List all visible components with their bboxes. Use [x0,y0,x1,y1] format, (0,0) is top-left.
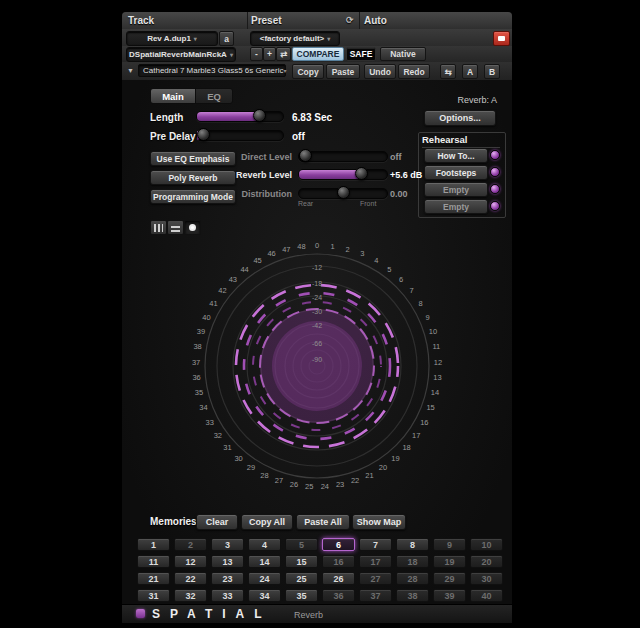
options-button[interactable]: Options... [424,110,496,126]
insert-selector[interactable]: DSpatialReverbMainRckA ▾ [126,47,236,62]
tab-eq[interactable]: EQ [195,88,233,104]
compare-button[interactable]: COMPARE [292,47,344,61]
memory-button-19[interactable]: 19 [433,555,466,568]
swap-ab-icon[interactable]: ⇆ [440,64,456,79]
memory-button-34[interactable]: 34 [248,589,281,602]
memory-button-24[interactable]: 24 [248,572,281,585]
memory-button-21[interactable]: 21 [137,572,170,585]
memory-button-35[interactable]: 35 [285,589,318,602]
svg-text:43: 43 [229,275,237,284]
memory-button-9[interactable]: 9 [433,538,466,551]
brand-logo-icon [136,609,145,618]
memory-button-5[interactable]: 5 [285,538,318,551]
memory-button-39[interactable]: 39 [433,589,466,602]
memory-button-25[interactable]: 25 [285,572,318,585]
setting-b-button[interactable]: B [484,64,500,79]
length-slider[interactable] [196,111,284,122]
minus-button[interactable]: - [250,47,263,61]
poly-reverb-button[interactable]: Poly Reverb [150,170,236,185]
track-selector[interactable]: Rev A.dup1 ▾ [126,31,218,46]
undo-button[interactable]: Undo [364,64,396,79]
librarian-preset-name: Cathedral 7 Marble3 Glass5 6s Generic [143,66,284,75]
memory-button-28[interactable]: 28 [396,572,429,585]
redo-button[interactable]: Redo [398,64,430,79]
slider-value-2: 0.00 [390,189,450,199]
memories-clear-button[interactable]: Clear [196,514,238,530]
memory-button-20[interactable]: 20 [470,555,503,568]
memory-button-18[interactable]: 18 [396,555,429,568]
rehearsal-led-icon-2[interactable] [490,184,500,194]
svg-text:5: 5 [387,265,391,274]
svg-text:21: 21 [365,471,373,480]
track-name: Rev A.dup1 [147,34,191,43]
memories-show-map-button[interactable]: Show Map [352,514,406,530]
use-eq-emphasis-button[interactable]: Use EQ Emphasis [150,151,236,166]
memory-button-29[interactable]: 29 [433,572,466,585]
slider-knob[interactable] [197,128,210,141]
memory-button-37[interactable]: 37 [359,589,392,602]
memory-button-22[interactable]: 22 [174,572,207,585]
copy-button[interactable]: Copy [292,64,324,79]
memories-copy-all-button[interactable]: Copy All [241,514,293,530]
slider-knob[interactable] [299,149,312,162]
memory-button-26[interactable]: 26 [322,572,355,585]
predelay-slider[interactable] [196,130,284,141]
slider-knob[interactable] [337,186,350,199]
slider-knob[interactable] [253,109,266,122]
target-button[interactable] [493,31,510,46]
preset-recycle-icon[interactable]: ⟳ [346,15,354,25]
memory-button-38[interactable]: 38 [396,589,429,602]
memory-button-2[interactable]: 2 [174,538,207,551]
svg-text:20: 20 [379,463,387,472]
paste-button[interactable]: Paste [326,64,360,79]
memory-button-36[interactable]: 36 [322,589,355,602]
distribution-slider[interactable] [298,188,388,199]
memory-button-17[interactable]: 17 [359,555,392,568]
memory-button-31[interactable]: 31 [137,589,170,602]
rehearsal-button-3[interactable]: Empty [424,199,488,214]
memory-button-13[interactable]: 13 [211,555,244,568]
memory-button-8[interactable]: 8 [396,538,429,551]
memory-button-16[interactable]: 16 [322,555,355,568]
rehearsal-led-icon-3[interactable] [490,201,500,211]
memory-button-10[interactable]: 10 [470,538,503,551]
view-bars-button[interactable] [150,220,167,235]
memory-button-3[interactable]: 3 [211,538,244,551]
native-button[interactable]: Native [380,47,426,61]
memories-paste-all-button[interactable]: Paste All [296,514,350,530]
reverb-level-slider[interactable] [298,169,388,180]
memory-button-1[interactable]: 1 [137,538,170,551]
memory-button-27[interactable]: 27 [359,572,392,585]
memory-button-40[interactable]: 40 [470,589,503,602]
safe-button[interactable]: SAFE [346,47,376,61]
length-value: 6.83 Sec [292,112,332,123]
rehearsal-led-icon-1[interactable] [490,167,500,177]
track-mini-button[interactable]: a [219,31,234,46]
preset-selector[interactable]: <factory default> ▾ [250,31,340,46]
memory-button-32[interactable]: 32 [174,589,207,602]
memory-button-11[interactable]: 11 [137,555,170,568]
preset-librarian-selector[interactable]: Cathedral 7 Marble3 Glass5 6s Generic ▾ [138,64,286,77]
memory-button-12[interactable]: 12 [174,555,207,568]
svg-text:4: 4 [374,256,378,265]
slider-knob[interactable] [355,167,368,180]
direct-level-slider[interactable] [298,151,388,162]
setting-a-button[interactable]: A [462,64,478,79]
rehearsal-led-icon-0[interactable] [490,150,500,160]
memory-button-23[interactable]: 23 [211,572,244,585]
bypass-arrows-icon[interactable]: ⇄ [276,47,291,61]
programming-mode-button[interactable]: Programming Mode [150,189,236,204]
memory-button-30[interactable]: 30 [470,572,503,585]
svg-text:37: 37 [192,358,200,367]
svg-text:42: 42 [218,286,226,295]
memory-button-4[interactable]: 4 [248,538,281,551]
memory-button-7[interactable]: 7 [359,538,392,551]
memory-button-33[interactable]: 33 [211,589,244,602]
tab-main[interactable]: Main [150,88,196,104]
plus-button[interactable]: + [263,47,276,61]
memory-button-6[interactable]: 6 [322,538,355,551]
librarian-menu-icon[interactable]: ▼ [127,67,134,74]
memory-button-15[interactable]: 15 [285,555,318,568]
length-label: Length [150,112,183,123]
memory-button-14[interactable]: 14 [248,555,281,568]
